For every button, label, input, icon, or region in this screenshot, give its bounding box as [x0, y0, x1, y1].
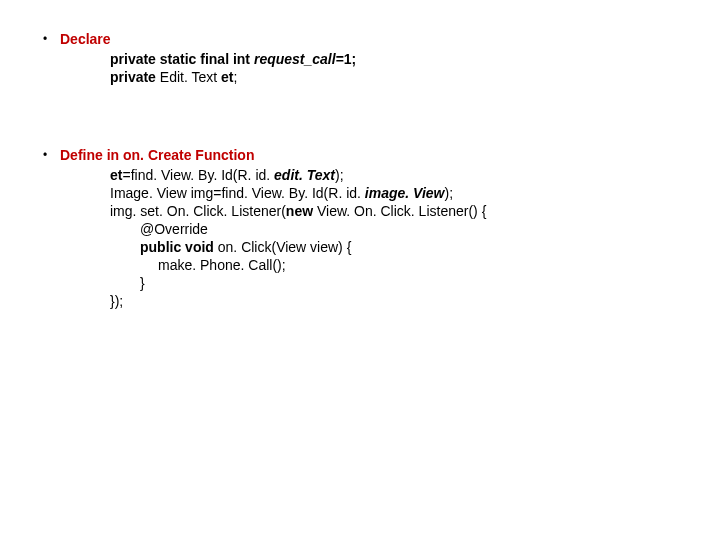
code-line: Image. View img=find. View. By. Id(R. id…: [110, 184, 720, 202]
code-run: request_call: [254, 51, 336, 67]
code-run: on. Click(View view) {: [218, 239, 352, 255]
code-line: et=find. View. By. Id(R. id. edit. Text)…: [110, 166, 720, 184]
bullet-icon: •: [30, 30, 60, 48]
code-run: Image. View img=find. View. By. Id(R. id…: [110, 185, 365, 201]
section-define: • Define in on. Create Function et=find.…: [0, 146, 720, 310]
code-run: new: [286, 203, 317, 219]
bullet-icon: •: [30, 146, 60, 164]
code-run: et: [110, 167, 122, 183]
code-run: public void: [140, 239, 218, 255]
code-run: =find. View. By. Id(R. id.: [122, 167, 274, 183]
code-line: private Edit. Text et;: [110, 68, 720, 86]
section-title-define: Define in on. Create Function: [60, 146, 254, 164]
code-block-define: et=find. View. By. Id(R. id. edit. Text)…: [110, 166, 720, 310]
code-run: @Override: [140, 221, 208, 237]
code-run: make. Phone. Call();: [158, 257, 286, 273]
code-run: =1;: [336, 51, 357, 67]
section-declare: • Declare private static final int reque…: [0, 30, 720, 86]
bullet-row: • Define in on. Create Function: [30, 146, 720, 164]
code-run: Edit. Text: [160, 69, 221, 85]
code-line: @Override: [110, 220, 720, 238]
slide: • Declare private static final int reque…: [0, 0, 720, 540]
code-run: img. set. On. Click. Listener(: [110, 203, 286, 219]
code-run: );: [335, 167, 344, 183]
code-run: View. On. Click. Listener() {: [317, 203, 486, 219]
code-line: private static final int request_call=1;: [110, 50, 720, 68]
code-line: img. set. On. Click. Listener(new View. …: [110, 202, 720, 220]
code-run: et: [221, 69, 233, 85]
code-run: private: [110, 69, 160, 85]
code-block-declare: private static final int request_call=1;…: [110, 50, 720, 86]
code-line: make. Phone. Call();: [110, 256, 720, 274]
code-line: }: [110, 274, 720, 292]
code-run: );: [444, 185, 453, 201]
code-run: edit. Text: [274, 167, 335, 183]
code-line: public void on. Click(View view) {: [110, 238, 720, 256]
code-run: image. View: [365, 185, 445, 201]
section-title-declare: Declare: [60, 30, 111, 48]
code-line: });: [110, 292, 720, 310]
code-run: }: [140, 275, 145, 291]
code-run: ;: [233, 69, 237, 85]
bullet-row: • Declare: [30, 30, 720, 48]
code-run: private static final int: [110, 51, 254, 67]
code-run: });: [110, 293, 123, 309]
